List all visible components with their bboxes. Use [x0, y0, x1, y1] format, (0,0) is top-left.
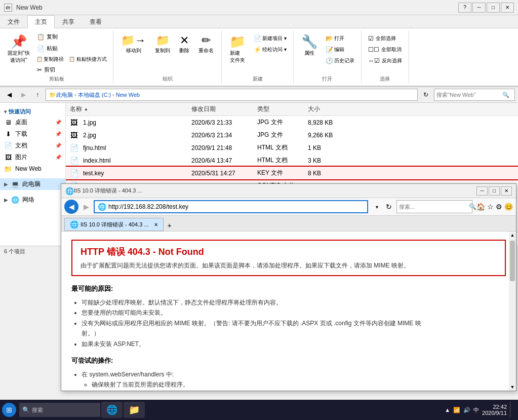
- this-pc-expand-icon: ▶: [4, 181, 8, 187]
- breadcrumb-this-pc[interactable]: 此电脑: [56, 91, 73, 99]
- pin-button[interactable]: 📌 固定到"快速访问": [4, 31, 33, 66]
- sidebar-item-newweb[interactable]: 📁 New Web: [0, 163, 65, 174]
- open-button[interactable]: 📂 打开: [323, 33, 357, 44]
- copy-path-button[interactable]: 📋 复制路径: [34, 55, 66, 64]
- rename-button[interactable]: ✏ 重命名: [195, 31, 217, 57]
- copy-button[interactable]: 📋 复制: [34, 31, 109, 42]
- properties-button[interactable]: 🔧 属性: [298, 31, 321, 66]
- scrollbar-thumb[interactable]: [510, 241, 515, 281]
- sidebar-item-pictures[interactable]: 🖼 图片 📌: [0, 151, 65, 163]
- browser-maximize-button[interactable]: □: [489, 186, 500, 196]
- forward-button[interactable]: ▶: [17, 89, 29, 101]
- sidebar-item-desktop[interactable]: 🖥 桌面 📌: [0, 117, 65, 128]
- maximize-button[interactable]: □: [487, 3, 500, 13]
- file-row-1jpg[interactable]: 🖼 1.jpg 2020/6/3 21:33 JPG 文件 8,928 KB: [66, 116, 518, 129]
- browser-close-button[interactable]: ✕: [501, 186, 512, 196]
- col-date-header[interactable]: 修改日期: [191, 105, 257, 113]
- quick-access-button[interactable]: ⚡ 经松访问 ▾: [251, 45, 289, 55]
- move-to-button[interactable]: 📁→ 移动到: [117, 31, 149, 57]
- sidebar-item-downloads[interactable]: ⬇ 下载 📌: [0, 128, 65, 140]
- tab-share[interactable]: 共享: [55, 15, 82, 28]
- browser-search-box[interactable]: 🔍: [396, 200, 472, 213]
- tray-volume-icon: 🔊: [463, 407, 470, 413]
- ribbon-group-clipboard-items: 📌 固定到"快速访问" 📋 复制 📄 粘贴 📋 复制路径: [4, 31, 109, 74]
- breadcrumb-new-web[interactable]: New Web: [116, 92, 140, 98]
- cut-button[interactable]: ✂ 剪切: [34, 65, 109, 74]
- breadcrumb-local-disk[interactable]: 本地磁盘 (C:): [78, 91, 111, 99]
- paste-button[interactable]: 📄 粘贴: [34, 43, 109, 54]
- history-button[interactable]: 🕐 历史记录: [323, 56, 357, 66]
- new-item-button[interactable]: 📄 新建项目 ▾: [251, 33, 289, 44]
- browser-search-input[interactable]: [399, 204, 469, 210]
- taskbar-search[interactable]: 🔍 搜索: [19, 403, 100, 417]
- browser-home-icon[interactable]: 🏠: [476, 203, 485, 211]
- minimize-button[interactable]: ─: [472, 3, 486, 13]
- invert-label: 反向选择: [382, 57, 402, 64]
- new-tab-button[interactable]: +: [165, 220, 175, 231]
- tab-file[interactable]: 文件: [0, 15, 27, 28]
- browser-search-icon[interactable]: 🔍: [469, 203, 476, 210]
- window-controls[interactable]: ? ─ □ ✕: [458, 3, 514, 13]
- file-row-2jpg[interactable]: 🖼 2.jpg 2020/6/3 21:34 JPG 文件 9,266 KB: [66, 129, 518, 141]
- paste-shortcut-button[interactable]: 📋 粘贴快捷方式: [67, 55, 109, 64]
- title-bar-system-icons: 🗁: [4, 4, 12, 12]
- tray-arrow[interactable]: ▲: [445, 407, 450, 413]
- tab-view[interactable]: 查看: [82, 15, 109, 28]
- quick-access-header[interactable]: ▾ 快速访问: [0, 107, 65, 117]
- browser-refresh-button[interactable]: ↻: [383, 201, 394, 212]
- col-name-header[interactable]: 名称 ▲: [70, 105, 191, 113]
- invert-select-button[interactable]: ↔☑ 反向选择: [366, 56, 405, 66]
- search-input[interactable]: [434, 92, 500, 98]
- scrollbar-up-arrow[interactable]: ▲: [509, 232, 516, 239]
- browser-minimize-button[interactable]: ─: [476, 186, 488, 196]
- col-size-header[interactable]: 大小: [308, 105, 353, 113]
- start-button[interactable]: ⊞: [2, 403, 16, 417]
- error-title: HTTP 错误 404.3 - Not Found: [81, 246, 497, 258]
- breadcrumb-folder-icon: 📁: [49, 92, 56, 98]
- help-button[interactable]: ?: [458, 3, 471, 13]
- copy-to-button[interactable]: 📁 复制到: [151, 31, 174, 57]
- new-folder-button[interactable]: 📁 新建文件夹: [226, 31, 249, 66]
- scrollbar-track[interactable]: ▲ ▼: [509, 232, 516, 391]
- breadcrumb[interactable]: 📁 此电脑 › 本地磁盘 (C:) › New Web: [46, 89, 418, 101]
- rename-icon: ✏: [202, 34, 211, 47]
- browser-tools-icon[interactable]: ⚙: [496, 203, 502, 211]
- browser-forward-button[interactable]: ▶: [81, 201, 92, 212]
- edit-button[interactable]: 📝 编辑: [323, 45, 357, 55]
- search-icon[interactable]: 🔍: [500, 92, 511, 98]
- search-box[interactable]: 🔍: [434, 89, 515, 101]
- close-button[interactable]: ✕: [501, 3, 514, 13]
- browser-url-input[interactable]: [108, 203, 364, 210]
- browser-tab-error[interactable]: 🌐 IIS 10.0 详细错误 - 404.3 ... ✕: [64, 218, 164, 231]
- refresh-button[interactable]: ↻: [420, 89, 432, 101]
- ribbon-content: 📌 固定到"快速访问" 📋 复制 📄 粘贴 📋 复制路径: [0, 28, 518, 87]
- scrollbar-down-arrow[interactable]: ▼: [509, 384, 516, 391]
- pin-indicator4: 📌: [55, 155, 61, 160]
- browser-url-bar[interactable]: 🌐: [94, 200, 368, 213]
- col-type-header[interactable]: 类型: [257, 105, 308, 113]
- file-row-testkey[interactable]: 📄 test.key 2020/5/31 14:27 KEY 文件 8 KB: [66, 167, 518, 179]
- select-all-label: 全部选择: [376, 35, 396, 42]
- file-row-fjnu[interactable]: 📄 fjnu.html 2020/9/1 21:48 HTML 文档 1 KB: [66, 141, 518, 154]
- error-description: 由于扩展配置问题而无法提供您请求的页面。如果该页面是脚本，请添加处理程序。如果应…: [81, 261, 497, 270]
- sidebar-item-this-pc[interactable]: ▶ 💻 此电脑: [0, 178, 65, 190]
- sidebar-item-network[interactable]: ▶ 🌐 网络: [0, 194, 65, 206]
- select-none-button[interactable]: ☐☐ 全部取消: [366, 45, 404, 55]
- taskbar-ie-button[interactable]: 🌐: [101, 402, 123, 418]
- select-all-button[interactable]: ☑ 全部选择: [366, 33, 399, 44]
- sidebar-item-documents[interactable]: 📄 文档 📌: [0, 140, 65, 151]
- up-button[interactable]: ↑: [31, 89, 44, 101]
- ribbon-tabs: 文件 主页 共享 查看: [0, 15, 518, 28]
- tab-home[interactable]: 主页: [27, 15, 55, 28]
- likely-causes-title: 最可能的原因:: [71, 284, 506, 293]
- address-bar: ◀ ▶ ↑ 📁 此电脑 › 本地磁盘 (C:) › New Web ↻ 🔍: [0, 87, 518, 103]
- file-row-index[interactable]: 📄 index.html 2020/6/4 13:47 HTML 文档 3 KB: [66, 154, 518, 167]
- browser-tab-close-icon[interactable]: ✕: [154, 222, 158, 227]
- browser-back-button[interactable]: ◀: [64, 200, 78, 214]
- delete-button[interactable]: ✕ 删除: [176, 31, 193, 57]
- back-button[interactable]: ◀: [3, 89, 15, 101]
- browser-dropdown-button[interactable]: ▾: [371, 201, 382, 212]
- show-desktop-button[interactable]: [510, 402, 512, 418]
- taskbar-explorer-button[interactable]: 📁: [124, 402, 145, 418]
- browser-star-icon[interactable]: ☆: [487, 203, 494, 211]
